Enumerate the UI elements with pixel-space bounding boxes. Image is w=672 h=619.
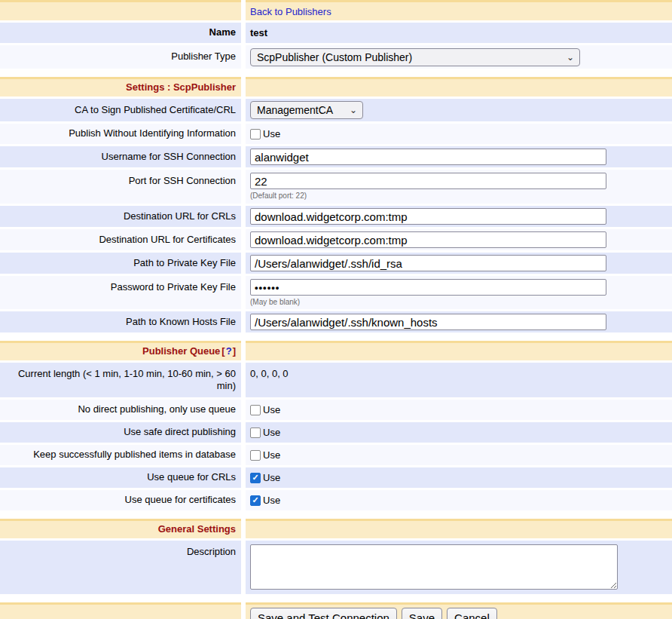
cancel-button[interactable]: Cancel [447,608,497,619]
username-input[interactable] [250,149,606,165]
description-label: Description [0,541,241,594]
knownhosts-row: Path to Known Hosts File [0,311,672,332]
no-direct-publishing-label: No direct publishing, only use queue [0,400,241,420]
safe-direct-publishing-label: Use safe direct publishing [0,422,241,443]
edit-publisher-page: Back to Publishers Name test Publisher T… [0,0,672,619]
use-queue-certs-checkbox[interactable] [250,495,261,506]
username-row: Username for SSH Connection [0,146,672,167]
queue-length-label: Current length (< 1 min, 1-10 min, 10-60… [0,363,241,397]
name-label: Name [0,23,241,43]
help-bracket-open: [ [221,345,225,357]
actions-row: Save and Test Connection Save Cancel [0,602,672,619]
ca-select[interactable]: ManagementCA [250,101,363,119]
checkbox-label: Use [263,472,280,483]
settings-section-title: Settings : ScpPublisher [126,81,236,93]
save-and-test-button[interactable]: Save and Test Connection [250,608,397,619]
knownhosts-label: Path to Known Hosts File [0,311,241,332]
section-gap [0,594,672,602]
anon-checkbox-label: Use [263,128,280,139]
privkey-label: Path to Private Key File [0,253,241,274]
queue-checkbox-row: Use queue for CRLs Use [0,467,672,488]
section-gap [0,69,672,77]
queue-section-header: Publisher Queue [?] [0,341,672,360]
back-link-row: Back to Publishers [0,0,672,20]
privkey-input[interactable] [250,255,606,271]
safe-direct-publishing-checkbox[interactable] [250,427,261,438]
port-input[interactable] [250,173,606,189]
username-label: Username for SSH Connection [0,146,241,167]
ca-row: CA to Sign Published Certificate/CRL Man… [0,99,672,121]
ca-label: CA to Sign Published Certificate/CRL [0,99,241,121]
checkbox-label: Use [263,427,280,438]
publisher-type-label: Publisher Type [0,45,241,69]
knownhosts-input[interactable] [250,314,606,330]
anon-label: Publish Without Identifying Information [0,124,241,144]
use-queue-certs-label: Use queue for certificates [0,490,241,510]
use-queue-crls-label: Use queue for CRLs [0,467,241,488]
queue-length-value: 0, 0, 0, 0 [246,363,672,397]
name-row: Name test [0,23,672,43]
anon-checkbox[interactable] [250,129,261,139]
general-section-title: General Settings [158,523,236,535]
cert-url-label: Destination URL for Certificates [0,229,241,250]
crl-url-input[interactable] [250,208,606,225]
password-label: Password to Private Key File [0,276,241,309]
settings-section-header: Settings : ScpPublisher [0,77,672,97]
publisher-type-select[interactable]: ScpPublisher (Custom Publisher) [250,48,580,66]
no-direct-publishing-checkbox[interactable] [250,405,261,415]
crl-url-label: Destination URL for CRLs [0,206,241,227]
save-button[interactable]: Save [402,608,442,619]
name-value: test [246,23,672,43]
use-queue-crls-checkbox[interactable] [250,473,261,483]
description-textarea[interactable] [250,544,618,590]
keep-published-items-label: Keep successfully published items in dat… [0,445,241,465]
checkbox-label: Use [263,404,280,415]
checkbox-label: Use [263,449,280,461]
queue-help-link[interactable]: ? [226,345,232,357]
password-input[interactable] [250,279,606,296]
queue-checkbox-row: Use queue for certificates Use [0,490,672,510]
cert-url-input[interactable] [250,231,606,248]
queue-length-row: Current length (< 1 min, 1-10 min, 10-60… [0,363,672,397]
password-note: (May be blank) [250,298,300,306]
general-section-header: General Settings [0,519,672,538]
section-gap [0,332,672,341]
section-gap [0,510,672,519]
back-to-publishers-link[interactable]: Back to Publishers [250,6,331,17]
crl-url-row: Destination URL for CRLs [0,206,672,227]
port-label: Port for SSH Connection [0,170,241,204]
cert-url-row: Destination URL for Certificates [0,229,672,250]
port-note: (Default port: 22) [250,192,307,200]
password-row: Password to Private Key File (May be bla… [0,276,672,309]
queue-checkbox-row: No direct publishing, only use queue Use [0,400,672,420]
publisher-type-row: Publisher Type ScpPublisher (Custom Publ… [0,45,672,69]
queue-checkbox-row: Use safe direct publishing Use [0,422,672,443]
help-bracket-close: ] [233,345,236,357]
keep-published-items-checkbox[interactable] [250,450,261,461]
checkbox-label: Use [263,495,280,506]
description-row: Description [0,541,672,594]
port-row: Port for SSH Connection (Default port: 2… [0,170,672,204]
privkey-row: Path to Private Key File [0,253,672,274]
back-link-row-spacer [0,0,241,20]
queue-checkbox-row: Keep successfully published items in dat… [0,445,672,465]
queue-section-title: Publisher Queue [142,345,220,357]
anon-row: Publish Without Identifying Information … [0,124,672,144]
